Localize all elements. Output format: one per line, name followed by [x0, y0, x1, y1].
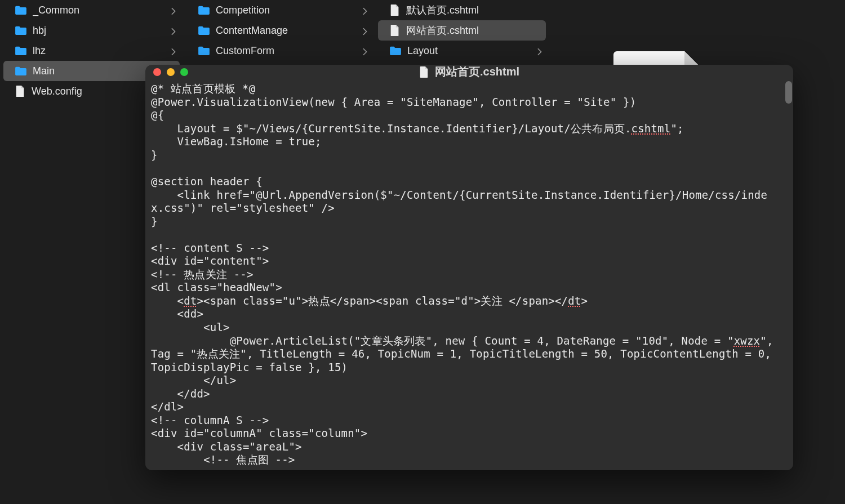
editor-body: @* 站点首页模板 *@ @Power.VisualizationView(ne…	[145, 79, 793, 470]
zoom-window-button[interactable]	[180, 68, 188, 76]
item-label: 网站首页.cshtml	[406, 24, 542, 37]
folder-icon	[389, 46, 402, 56]
item-label: lhz	[33, 45, 167, 57]
chevron-right-icon	[171, 48, 176, 53]
folder-contentmanage[interactable]: ContentManage	[183, 20, 375, 41]
folder-lhz[interactable]: lhz	[0, 41, 183, 61]
window-title: 网站首页.cshtml	[419, 65, 519, 79]
chevron-right-icon	[362, 28, 368, 33]
item-label: _Common	[33, 5, 167, 16]
folder-icon	[198, 46, 210, 56]
close-window-button[interactable]	[153, 68, 161, 76]
chevron-right-icon	[171, 7, 176, 13]
chevron-right-icon	[171, 28, 176, 33]
file-icon	[389, 24, 401, 37]
item-label: Layout	[407, 45, 533, 57]
window-title-text: 网站首页.cshtml	[435, 65, 519, 79]
file-default-home[interactable]: 默认首页.cshtml	[375, 0, 549, 20]
item-label: Competition	[216, 5, 359, 16]
code-content[interactable]: @* 站点首页模板 *@ @Power.VisualizationView(ne…	[149, 82, 781, 467]
folder-icon	[15, 25, 27, 35]
code-area[interactable]: @* 站点首页模板 *@ @Power.VisualizationView(ne…	[145, 79, 784, 470]
folder-icon	[15, 66, 27, 76]
folder-layout[interactable]: Layout	[375, 41, 549, 61]
folder-icon	[198, 25, 210, 35]
folder-hbj[interactable]: hbj	[0, 20, 183, 41]
folder-customform[interactable]: CustomForm	[183, 41, 375, 61]
titlebar[interactable]: 网站首页.cshtml	[145, 65, 793, 79]
chevron-right-icon	[362, 7, 368, 13]
item-label: CustomForm	[216, 45, 359, 57]
item-label: 默认首页.cshtml	[406, 3, 542, 17]
folder-competition[interactable]: Competition	[183, 0, 375, 20]
folder-icon	[15, 5, 27, 15]
minimize-window-button[interactable]	[167, 68, 175, 76]
item-label: ContentManage	[216, 25, 359, 37]
chevron-right-icon	[537, 48, 542, 53]
file-icon	[419, 66, 429, 78]
item-label: hbj	[33, 25, 167, 37]
folder-icon	[15, 46, 27, 56]
chevron-right-icon	[362, 48, 368, 53]
text-editor-window: 网站首页.cshtml @* 站点首页模板 *@ @Power.Visualiz…	[145, 65, 793, 470]
window-controls	[153, 68, 188, 76]
file-icon	[389, 4, 401, 16]
scrollbar-thumb[interactable]	[785, 81, 792, 104]
folder-common[interactable]: _Common	[0, 0, 183, 20]
vertical-scrollbar[interactable]	[784, 79, 793, 470]
file-site-home[interactable]: 网站首页.cshtml	[378, 20, 546, 41]
file-icon	[15, 85, 26, 97]
folder-icon	[198, 5, 210, 15]
